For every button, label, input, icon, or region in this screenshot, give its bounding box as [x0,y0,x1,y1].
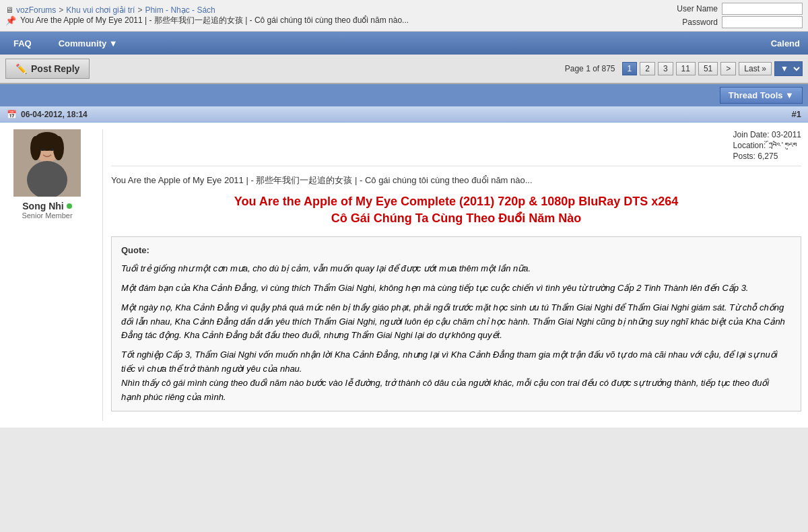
pagination-area: Page 1 of 875 1 2 3 11 51 > Last » ▼ [565,61,803,76]
svg-point-4 [53,136,64,160]
breadcrumb-home[interactable]: vozForums [16,5,56,15]
calendar-icon: 📅 [7,110,17,119]
avatar [13,129,81,197]
username-input[interactable] [722,3,803,15]
post-thread-title-display: You Are the Apple of My Eye 2011 | - 那些年… [111,174,801,187]
thread-tools-label: Thread Tools ▼ [729,90,794,100]
page-btn-51[interactable]: 51 [698,62,718,75]
page-info: Page 1 of 875 [565,64,615,73]
quote-label: Quote: [121,244,791,258]
username-label: User Name [677,4,718,13]
thread-title-row: 📌 You Are the Apple of My Eye 2011 | - 那… [5,15,409,26]
thread-tools-bar: Thread Tools ▼ [0,84,808,106]
nav-community[interactable]: Community ▼ [45,33,131,54]
user-rank: Senior Member [22,211,72,220]
post-title-line2: Cô Gái Chúng Ta Cùng Theo Đuổi Năm Nào [111,210,801,227]
post-number: #1 [792,109,801,119]
user-meta: Join Date: 03-2011 Location: ཀོབྲའི་གདུག… [111,129,801,166]
password-label: Password [682,18,718,27]
svg-point-8 [50,148,54,151]
edit-icon: ✏️ [15,63,27,74]
nav-bar: FAQ Community ▼ Calend [0,32,808,55]
breadcrumb-section[interactable]: Khu vui chơi giải trí [66,5,135,15]
page-btn-2[interactable]: 2 [640,62,655,75]
post-date: 📅 06-04-2012, 18:14 [7,110,88,119]
thread-tools-button[interactable]: Thread Tools ▼ [720,87,803,104]
page-dropdown[interactable]: ▼ [774,61,803,76]
post-content-area: Join Date: 03-2011 Location: ཀོབྲའི་གདུག… [111,129,801,421]
thread-icon: 📌 [5,15,16,26]
thread-title-text: You Are the Apple of My Eye 2011 | - 那些年… [20,15,409,26]
username-text: Song Nhi [22,201,63,211]
page-btn-11[interactable]: 11 [676,62,696,75]
svg-point-3 [30,136,41,160]
avatar-image [13,129,81,197]
username-row: User Name [677,3,803,15]
quote-para-2: Một đám bạn của Kha Cảnh Đẳng, vì cùng t… [121,281,791,296]
post-content: You Are the Apple of My Eye 2011 | - 那些年… [111,172,801,421]
nav-faq[interactable]: FAQ [0,33,45,54]
post-body: Song Nhi Senior Member Join Date: 03-201… [0,123,808,428]
toolbar-row: ✏️ Post Reply Page 1 of 875 1 2 3 11 51 … [0,55,808,84]
breadcrumb-sep1: > [59,5,63,15]
quote-para-4: Tốt nghiệp Cấp 3, Thẩm Giai Nghi vốn muố… [121,348,791,404]
post-main-title: You Are the Apple of My Eye Complete (20… [111,193,801,227]
post-header: 📅 06-04-2012, 18:14 #1 [0,106,808,123]
password-row: Password [682,16,803,28]
post-reply-button[interactable]: ✏️ Post Reply [5,59,90,79]
online-indicator [67,203,72,209]
quote-block: Quote: Tuổi trẻ giống như một cơn mưa, c… [111,236,801,411]
post-title-line1: You Are the Apple of My Eye Complete (20… [111,193,801,210]
top-bar-right: User Name Password [677,3,803,28]
breadcrumb-subsection[interactable]: Phim - Nhạc - Sách [145,5,215,15]
page-btn-3[interactable]: 3 [658,62,673,75]
top-bar-left: 🖥 vozForums > Khu vui chơi giải trí > Ph… [5,5,409,26]
user-join-date: Join Date: 03-2011 [733,129,801,140]
post-divider [102,129,103,421]
page-btn-1[interactable]: 1 [622,62,638,75]
page-btn-last[interactable]: Last » [739,62,772,75]
post-reply-label: Post Reply [31,63,79,74]
breadcrumb-sep2: > [137,5,142,15]
nav-calendar[interactable]: Calend [758,33,808,54]
top-bar: 🖥 vozForums > Khu vui chơi giải trí > Ph… [0,0,808,32]
user-panel: Song Nhi Senior Member [7,129,94,421]
breadcrumb-row: 🖥 vozForums > Khu vui chơi giải trí > Ph… [5,5,409,15]
user-posts: Posts: 6,275 [733,151,801,162]
breadcrumb-icon: 🖥 [5,5,13,15]
quote-para-3: Một ngày nọ, Kha Cảnh Đẳng vì quậy phá q… [121,301,791,343]
page-btn-next[interactable]: > [720,62,736,75]
password-input[interactable] [722,16,803,28]
post-date-text: 06-04-2012, 18:14 [21,110,88,119]
quote-para-1: Tuổi trẻ giống như một cơn mưa, cho dù b… [121,262,791,276]
username-display: Song Nhi [22,201,71,211]
svg-point-7 [40,148,44,151]
user-location: Location: ཀོབྲའི་གདུག [733,140,801,151]
user-meta-col: Join Date: 03-2011 Location: ཀོབྲའི་གདུག… [733,129,801,162]
